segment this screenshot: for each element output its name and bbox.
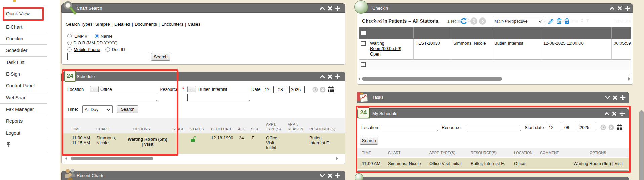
chart-search-input[interactable] xyxy=(67,53,148,60)
collapse-icon[interactable] xyxy=(320,6,325,11)
move-icon[interactable] xyxy=(625,6,630,11)
vertical-scrollbar[interactable] xyxy=(639,110,644,180)
sort-icon[interactable] xyxy=(428,18,431,24)
move-icon[interactable] xyxy=(335,173,340,178)
select-all-checkbox[interactable] xyxy=(361,31,366,35)
checkin-row[interactable]: Waiting Room(00:05:59) Open TEST-10030 S… xyxy=(359,39,631,60)
sidebar-item-scheduler[interactable]: Scheduler xyxy=(0,45,47,57)
next-panel-orb-icon xyxy=(355,173,363,180)
sidebar-item-fax-manager[interactable]: Fax Manager xyxy=(0,104,47,115)
close-icon[interactable] xyxy=(613,95,617,100)
scroll-right-icon[interactable] xyxy=(628,77,631,81)
resource-collapse-button[interactable]: – xyxy=(187,86,196,92)
collapse-icon[interactable] xyxy=(610,6,615,11)
mobile-phone-label[interactable]: Mobile Phone xyxy=(74,47,100,52)
time-picker-icon[interactable] xyxy=(312,87,318,93)
move-icon[interactable] xyxy=(335,74,340,79)
sidebar-item-reports[interactable]: Reports xyxy=(0,115,47,127)
close-icon[interactable] xyxy=(328,74,332,79)
col-birth-date: BIRTH DATE xyxy=(211,127,232,131)
checkin-empty-row[interactable] xyxy=(359,60,631,70)
sidebar-item-e-chart[interactable]: E-Chart xyxy=(0,21,47,33)
sidebar-item-logout[interactable]: Logout xyxy=(0,127,47,139)
move-icon[interactable] xyxy=(620,95,626,100)
resource-input[interactable] xyxy=(187,94,250,101)
cell-appointment-time: 12-08-2025 11:00:00 xyxy=(543,41,584,46)
filter-icon[interactable] xyxy=(586,19,590,24)
tasks-icon xyxy=(356,90,369,103)
search-type-detailed-link[interactable]: Detailed xyxy=(114,22,130,27)
cell-resource: Butler, Internist E. xyxy=(309,135,330,145)
scroll-left-icon[interactable] xyxy=(358,77,361,81)
people-icon xyxy=(63,168,76,180)
sidebar-item-checkin[interactable]: Checkin xyxy=(0,33,47,45)
tasks-header xyxy=(357,92,629,103)
sidebar-item-e-sign[interactable]: E-Sign xyxy=(0,68,47,80)
dashboard-screen: Quick View E-Chart Checkin Scheduler Tas… xyxy=(0,0,644,180)
cell-total-stay: 00:05:59 xyxy=(614,41,631,46)
col-appointment-time[interactable]: Appointment Time xyxy=(541,15,611,27)
close-icon[interactable] xyxy=(328,173,332,178)
sidebar-pin-button[interactable] xyxy=(0,139,47,151)
col-mr[interactable]: MR # xyxy=(413,15,451,27)
separator: | xyxy=(112,22,113,27)
search-types-label: Search Types: xyxy=(66,22,94,27)
sort-icon[interactable] xyxy=(387,18,390,24)
date-year-input[interactable] xyxy=(289,86,305,93)
col-sex: SEX xyxy=(251,127,258,131)
search-type-simple[interactable]: Simple xyxy=(95,22,110,27)
clear-date-icon[interactable] xyxy=(320,87,326,93)
chart-search-button[interactable]: Search xyxy=(151,53,170,61)
open-link[interactable]: Open xyxy=(370,51,381,57)
row-checkbox[interactable] xyxy=(361,62,366,67)
filter-icon[interactable] xyxy=(520,19,524,24)
date-day-input[interactable] xyxy=(276,86,287,93)
col-appt-reason: APPT. REASON xyxy=(288,122,303,131)
search-type-encounters-link[interactable]: Encounters xyxy=(161,22,183,27)
col-options[interactable]: Options xyxy=(368,15,413,27)
unlock-icon[interactable] xyxy=(190,136,196,143)
col-age: AGE xyxy=(238,127,246,131)
name-radio[interactable] xyxy=(95,34,99,38)
filter-icon[interactable] xyxy=(433,19,437,24)
waiting-room-link[interactable]: Waiting Room(00:05:59) xyxy=(370,41,401,51)
row-checkbox[interactable] xyxy=(361,41,366,46)
dob-radio[interactable] xyxy=(67,41,72,45)
close-icon[interactable] xyxy=(328,6,332,11)
cell-mr-link[interactable]: TEST-10030 xyxy=(416,41,440,46)
sidebar-accent-sliver xyxy=(13,0,16,2)
emp-number-label: EMP # xyxy=(74,34,87,39)
col-total-stay[interactable]: Total Sta xyxy=(611,15,631,27)
doc-id-radio[interactable] xyxy=(105,47,110,52)
sort-icon[interactable] xyxy=(467,18,470,24)
emp-number-radio[interactable] xyxy=(67,34,72,38)
col-resource[interactable]: Resource xyxy=(492,15,541,27)
sort-icon[interactable] xyxy=(515,18,518,24)
separator: | xyxy=(132,22,133,27)
checkin-title: Checkin xyxy=(372,6,388,11)
date-month-input[interactable] xyxy=(263,86,274,93)
col-name[interactable]: Name xyxy=(451,15,492,27)
dob-label: D.O.B (MM-DD-YYYY) xyxy=(73,40,117,45)
expand-icon[interactable] xyxy=(605,95,610,100)
expand-icon[interactable] xyxy=(320,173,325,178)
mobile-phone-radio[interactable] xyxy=(67,47,72,52)
calendar-picker-icon[interactable] xyxy=(328,86,334,93)
scroll-right-icon[interactable] xyxy=(336,157,338,160)
search-type-documents-link[interactable]: Documents xyxy=(135,22,157,27)
horizontal-scrollbar[interactable] xyxy=(71,157,153,160)
search-type-cases-link[interactable]: Cases xyxy=(188,22,200,27)
filter-icon[interactable] xyxy=(472,19,476,24)
annotation-box-my-schedule xyxy=(356,106,631,173)
checkin-grid-header xyxy=(359,27,631,39)
close-icon[interactable] xyxy=(617,6,622,11)
sidebar-item-control-panel[interactable]: Control Panel xyxy=(0,80,47,92)
sort-icon[interactable] xyxy=(580,18,584,24)
horizontal-scrollbar[interactable] xyxy=(362,77,502,81)
collapse-icon[interactable] xyxy=(320,74,325,79)
filter-icon[interactable] xyxy=(392,19,396,24)
scroll-left-icon[interactable] xyxy=(65,157,68,160)
sidebar-item-webscan[interactable]: WebScan xyxy=(0,92,47,104)
move-icon[interactable] xyxy=(335,6,340,11)
sidebar-item-task-list[interactable]: Task List xyxy=(0,57,47,68)
